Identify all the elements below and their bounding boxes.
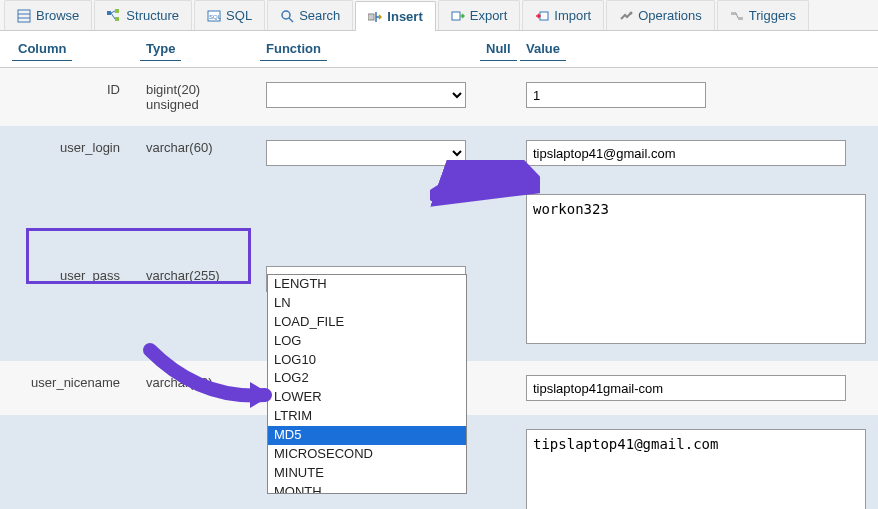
insert-icon (368, 10, 382, 24)
svg-rect-3 (107, 11, 111, 15)
tab-import[interactable]: Import (522, 0, 604, 30)
dropdown-item[interactable]: MINUTE (268, 464, 466, 483)
row-usernicename-type: varchar(50) (140, 369, 260, 396)
dropdown-item[interactable]: MD5 (268, 426, 466, 445)
svg-text:SQL: SQL (209, 14, 221, 20)
dropdown-item[interactable]: LENGTH (268, 275, 466, 294)
svg-line-9 (289, 18, 293, 22)
table-row: ID bigint(20) unsigned (0, 68, 878, 126)
tab-browse-label: Browse (36, 8, 79, 23)
row-id-column: ID (0, 76, 140, 103)
svg-rect-11 (452, 12, 460, 20)
table-row: user_login varchar(60) (0, 126, 878, 180)
column-headers: Column Type Function Null Value (0, 31, 878, 68)
tab-search-label: Search (299, 8, 340, 23)
dropdown-item[interactable]: MONTH (268, 483, 466, 494)
dropdown-item[interactable]: MICROSECOND (268, 445, 466, 464)
row-useremail-column: user_email (0, 423, 140, 509)
tab-export-label: Export (470, 8, 508, 23)
dropdown-item[interactable]: LOG2 (268, 369, 466, 388)
function-select-userlogin[interactable] (266, 140, 466, 166)
header-type[interactable]: Type (140, 37, 181, 61)
tab-sql-label: SQL (226, 8, 252, 23)
dropdown-item[interactable]: LOWER (268, 388, 466, 407)
dropdown-item[interactable]: LTRIM (268, 407, 466, 426)
value-input-userlogin[interactable] (526, 140, 846, 166)
tab-structure[interactable]: Structure (94, 0, 192, 30)
tab-search[interactable]: Search (267, 0, 353, 30)
svg-rect-15 (738, 17, 743, 20)
tab-insert-label: Insert (387, 9, 422, 24)
tab-triggers[interactable]: Triggers (717, 0, 809, 30)
tab-browse[interactable]: Browse (4, 0, 92, 30)
tab-triggers-label: Triggers (749, 8, 796, 23)
tab-operations-label: Operations (638, 8, 702, 23)
row-usernicename-column: user_nicename (0, 369, 140, 396)
browse-icon (17, 9, 31, 23)
dropdown-item[interactable]: LOG (268, 332, 466, 351)
structure-icon (107, 9, 121, 23)
svg-point-8 (282, 11, 290, 19)
row-userlogin-type: varchar(60) (140, 134, 260, 161)
row-useremail-type: varchar(100) (140, 423, 260, 509)
value-input-usernicename[interactable] (526, 375, 846, 401)
dropdown-item[interactable]: LN (268, 294, 466, 313)
svg-rect-14 (731, 12, 736, 15)
svg-rect-4 (115, 9, 119, 13)
tab-bar: Browse Structure SQL SQL Search Insert E… (0, 0, 878, 31)
tab-structure-label: Structure (126, 8, 179, 23)
tab-operations[interactable]: Operations (606, 0, 715, 30)
row-userpass-type: varchar(255) (140, 188, 260, 289)
row-id-type: bigint(20) unsigned (140, 76, 260, 118)
import-icon (535, 9, 549, 23)
tab-export[interactable]: Export (438, 0, 521, 30)
export-icon (451, 9, 465, 23)
triggers-icon (730, 9, 744, 23)
search-icon (280, 9, 294, 23)
header-value[interactable]: Value (520, 37, 566, 61)
svg-rect-0 (18, 10, 30, 22)
function-dropdown-list[interactable]: LENGTHLNLOAD_FILELOGLOG10LOG2LOWERLTRIMM… (267, 274, 467, 494)
tab-sql[interactable]: SQL SQL (194, 0, 265, 30)
function-select-id[interactable] (266, 82, 466, 108)
tab-import-label: Import (554, 8, 591, 23)
value-input-id[interactable] (526, 82, 706, 108)
svg-rect-12 (540, 12, 548, 20)
operations-icon (619, 9, 633, 23)
header-null[interactable]: Null (480, 37, 517, 61)
dropdown-item[interactable]: LOG10 (268, 351, 466, 370)
row-userlogin-column: user_login (0, 134, 140, 161)
svg-point-13 (630, 11, 633, 14)
dropdown-item[interactable]: LOAD_FILE (268, 313, 466, 332)
svg-rect-10 (368, 14, 374, 20)
tab-insert[interactable]: Insert (355, 1, 435, 31)
svg-rect-5 (115, 17, 119, 21)
value-textarea-userpass[interactable] (526, 194, 866, 344)
row-userpass-column: user_pass (0, 188, 140, 289)
sql-icon: SQL (207, 9, 221, 23)
header-column[interactable]: Column (12, 37, 72, 61)
value-textarea-useremail[interactable] (526, 429, 866, 509)
header-function[interactable]: Function (260, 37, 327, 61)
